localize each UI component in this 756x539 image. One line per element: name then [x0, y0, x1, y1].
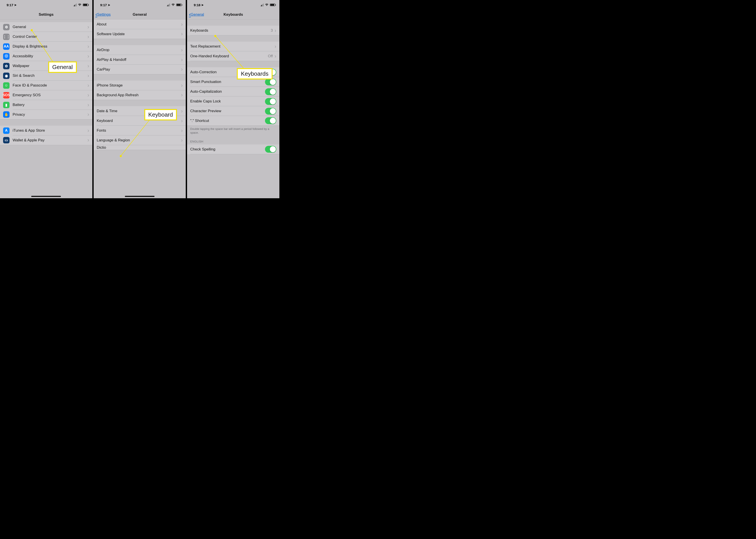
- toggle-switch[interactable]: [265, 146, 276, 153]
- row-battery[interactable]: ▮Battery›: [0, 100, 92, 110]
- cell-value: Off: [268, 54, 273, 58]
- row-smart-punctuation[interactable]: Smart Punctuation: [187, 77, 279, 87]
- row--shortcut[interactable]: "." Shortcut: [187, 116, 279, 126]
- chevron-right-icon: ›: [181, 57, 183, 62]
- row-fonts[interactable]: Fonts›: [94, 126, 186, 135]
- row-one-handed-keyboard[interactable]: One-Handed Keyboard Off ›: [187, 51, 279, 61]
- cell-label: iTunes & App Store: [13, 128, 87, 133]
- row-iphone-storage[interactable]: iPhone Storage›: [94, 81, 186, 90]
- row-wallpaper[interactable]: ✿Wallpaper›: [0, 61, 92, 71]
- cell-label: Face ID & Passcode: [13, 83, 87, 88]
- chevron-right-icon: ›: [181, 67, 183, 72]
- hand-icon: ✋: [3, 111, 10, 118]
- cell-value: 3: [271, 28, 273, 33]
- row-about[interactable]: About›: [94, 20, 186, 29]
- cell-label: One-Handed Keyboard: [190, 54, 268, 58]
- row-dictionary-cut[interactable]: Dictio: [94, 145, 186, 150]
- chevron-right-icon: ›: [87, 83, 89, 88]
- cell-label: Dictio: [97, 145, 183, 150]
- row-keyboards[interactable]: Keyboards 3 ›: [187, 26, 279, 36]
- cell-label: AirDrop: [97, 48, 181, 52]
- chevron-right-icon: ›: [181, 83, 183, 88]
- cell-label: AirPlay & Handoff: [97, 57, 181, 62]
- toggle-switch[interactable]: [265, 108, 276, 115]
- location-icon: ➤: [14, 3, 17, 7]
- row-display-brightness[interactable]: AADisplay & Brightness›: [0, 41, 92, 51]
- cell-label: iPhone Storage: [97, 83, 181, 88]
- row-text-replacement[interactable]: Text Replacement ›: [187, 41, 279, 51]
- row-language-region[interactable]: Language & Region›: [94, 135, 186, 145]
- person-icon: ⦿: [3, 53, 10, 59]
- signal-icon: [167, 4, 170, 6]
- chevron-right-icon: ›: [275, 54, 276, 59]
- battery-icon: ▮: [3, 102, 10, 108]
- chevron-right-icon: ›: [181, 118, 183, 123]
- row-privacy[interactable]: ✋Privacy›: [0, 110, 92, 119]
- cell-label: Date & Time: [97, 109, 181, 113]
- chevron-right-icon: ›: [87, 54, 89, 59]
- cell-label: Software Update: [97, 32, 181, 36]
- status-time: 9:17: [100, 3, 107, 7]
- cell-label: Check Spelling: [190, 147, 265, 152]
- siri-icon: ◉: [3, 73, 10, 79]
- row-check-spelling[interactable]: Check Spelling: [187, 144, 279, 154]
- row-itunes-app-store[interactable]: AiTunes & App Store›: [0, 126, 92, 135]
- row-keyboard[interactable]: Keyboard›: [94, 116, 186, 126]
- page-title: Settings: [39, 12, 53, 17]
- cell-label: Character Preview: [190, 109, 265, 113]
- cell-label: Control Center: [13, 35, 87, 39]
- row-date-time[interactable]: Date & Time›: [94, 106, 186, 116]
- row-siri-search[interactable]: ◉Siri & Search›: [0, 71, 92, 81]
- status-bar: 9:17➤: [94, 0, 186, 10]
- wallet-icon: ▭: [3, 137, 10, 143]
- cell-label: Language & Region: [97, 138, 181, 142]
- toggle-switch[interactable]: [265, 88, 276, 95]
- status-time: 9:18: [194, 3, 200, 7]
- row-general[interactable]: ⚙︎General›: [0, 22, 92, 32]
- wifi-icon: [265, 3, 269, 7]
- back-button[interactable]: ‹Settings: [95, 11, 111, 18]
- row-auto-correction[interactable]: Auto-Correction: [187, 67, 279, 77]
- row-emergency-sos[interactable]: SOSEmergency SOS›: [0, 90, 92, 100]
- row-wallet-apple-pay[interactable]: ▭Wallet & Apple Pay›: [0, 135, 92, 145]
- back-button[interactable]: ‹General: [189, 11, 204, 18]
- cell-label: Fonts: [97, 128, 181, 133]
- home-indicator: [125, 196, 154, 197]
- row-software-update[interactable]: Software Update›: [94, 29, 186, 39]
- cell-label: Background App Refresh: [97, 93, 181, 97]
- row-accessibility[interactable]: ⦿Accessibility›: [0, 51, 92, 61]
- row-carplay[interactable]: CarPlay›: [94, 65, 186, 74]
- toggle-switch[interactable]: [265, 69, 276, 76]
- signal-icon: [73, 4, 77, 6]
- cell-label: Auto-Capitalization: [190, 89, 265, 94]
- row-control-center[interactable]: ⋮⋮Control Center›: [0, 32, 92, 41]
- section-header-english: ENGLISH: [187, 136, 279, 144]
- cell-label: Battery: [13, 103, 87, 107]
- nav-bar: ‹Settings General: [94, 10, 186, 20]
- row-airdrop[interactable]: AirDrop›: [94, 45, 186, 55]
- row-auto-capitalization[interactable]: Auto-Capitalization: [187, 87, 279, 97]
- row-face-id-passcode[interactable]: ☺Face ID & Passcode›: [0, 81, 92, 90]
- toggle-switch[interactable]: [265, 117, 276, 124]
- chevron-right-icon: ›: [181, 138, 183, 143]
- wifi-icon: [78, 3, 81, 7]
- cell-label: Display & Brightness: [13, 44, 87, 49]
- row-character-preview[interactable]: Character Preview: [187, 106, 279, 116]
- chevron-right-icon: ›: [87, 73, 89, 78]
- row-airplay-handoff[interactable]: AirPlay & Handoff›: [94, 55, 186, 65]
- screen-settings: 9:17➤ Settings ⚙︎General›⋮⋮Control Cente…: [0, 0, 94, 198]
- cell-label: Enable Caps Lock: [190, 99, 265, 104]
- sliders-icon: ⋮⋮: [3, 34, 10, 40]
- toggle-switch[interactable]: [265, 79, 276, 85]
- cell-label: General: [13, 25, 87, 29]
- home-indicator: [31, 196, 61, 197]
- wifi-icon: [171, 3, 175, 7]
- cell-label: Text Replacement: [190, 44, 275, 49]
- chevron-right-icon: ›: [181, 22, 183, 27]
- toggle-switch[interactable]: [265, 98, 276, 105]
- row-enable-caps-lock[interactable]: Enable Caps Lock: [187, 97, 279, 106]
- screen-general: 9:17➤ ‹Settings General About›Software U…: [94, 0, 187, 198]
- chevron-right-icon: ›: [87, 63, 89, 69]
- row-background-app-refresh[interactable]: Background App Refresh›: [94, 90, 186, 100]
- chevron-right-icon: ›: [87, 112, 89, 117]
